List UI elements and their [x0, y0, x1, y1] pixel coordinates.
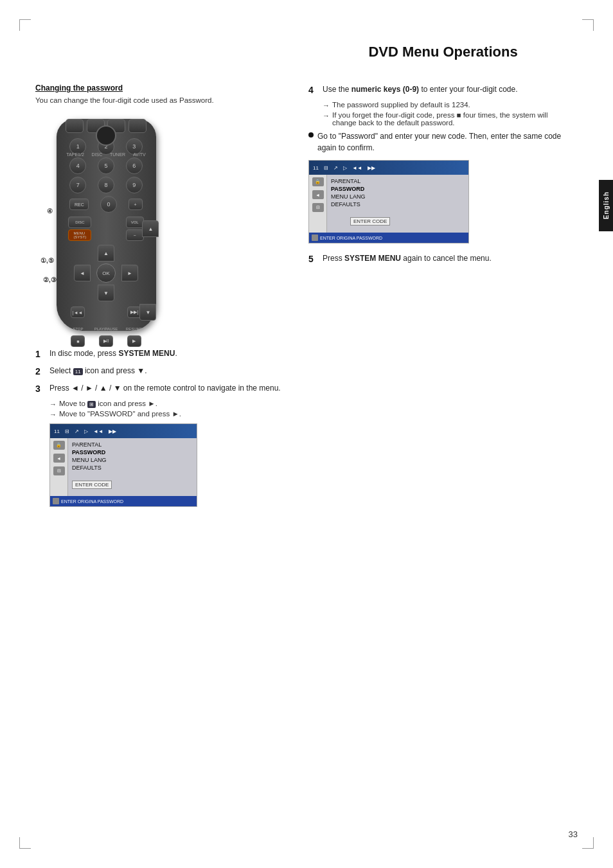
- arrow-icon-3a: →: [49, 400, 57, 408]
- prev-button[interactable]: |◄◄: [71, 306, 85, 318]
- language-tab: English: [599, 180, 613, 231]
- bottom-icon-right: [312, 235, 318, 241]
- nav-left-button[interactable]: ◄: [74, 265, 91, 281]
- top-icon-1: 11: [54, 429, 60, 434]
- btn-6[interactable]: 6: [126, 157, 143, 174]
- sub-step-3b: → Move to "PASSWORD" and press ►.: [49, 410, 286, 418]
- bullet-text-password: Go to "Password" and enter your new code…: [317, 130, 572, 154]
- top-icon-6: ▶▶: [109, 429, 116, 434]
- avtv-button[interactable]: [129, 119, 147, 133]
- btn-0[interactable]: 0: [100, 196, 117, 213]
- tape-button[interactable]: [66, 119, 84, 133]
- menu-screenshot-right: 11 ⊟ ↗ ▷ ◄◄ ▶▶ 🔒 ◄ ⊟ PARENTAL PASSWORD M…: [308, 160, 469, 244]
- nav-right-button[interactable]: ►: [121, 265, 138, 281]
- source-labels: TAPE1/2 DISC TUNER AV/TV: [63, 152, 150, 157]
- top-icon-5: ◄◄: [93, 429, 103, 434]
- press-text: Press: [49, 384, 69, 393]
- menu-content-left: PARENTAL PASSWORD MENU LANG DEFAULTS ENT…: [68, 438, 197, 496]
- icon-settings: ⊞: [87, 401, 96, 408]
- menu-parental: PARENTAL: [72, 441, 193, 448]
- step-2: 2 Select 11 icon and press ▼.: [35, 365, 286, 378]
- menu-lang: MENU LANG: [72, 456, 193, 464]
- left-column: Changing the password You can change the…: [35, 84, 286, 512]
- sub-step-4a: → The password supplied by default is 12…: [323, 101, 572, 109]
- step-5: 5 Press SYSTEM MENU again to cancel the …: [308, 252, 572, 266]
- top-icon-4: ▷: [84, 429, 88, 434]
- playpause-label: PLAY/PAUSE: [99, 323, 113, 335]
- btn-4[interactable]: 4: [69, 157, 86, 174]
- label-avtv: AV/TV: [133, 152, 146, 157]
- rew-button[interactable]: ▼: [139, 304, 156, 321]
- playpause-button[interactable]: ▶II: [99, 335, 113, 347]
- label-2-3: ②,③: [43, 276, 57, 283]
- menu-bottom-bar-right: ENTER ORIGINA PASSWORD: [309, 233, 468, 243]
- bullet-step-password: Go to "Password" and enter your new code…: [308, 130, 572, 154]
- menu-top-bar-right: 11 ⊟ ↗ ▷ ◄◄ ▶▶: [309, 161, 468, 175]
- menu-sidebar-right: 🔒 ◄ ⊟: [309, 175, 327, 233]
- label-tape: TAPE1/2: [66, 152, 84, 157]
- step-2-num: 2: [35, 365, 49, 378]
- top-icon-r5: ◄◄: [352, 165, 362, 171]
- bullet-icon: [308, 132, 314, 137]
- step-3-num: 3: [35, 382, 49, 396]
- corner-mark-tr: [582, 19, 594, 31]
- rec-button[interactable]: REC: [69, 199, 89, 210]
- stop-label: STOP: [71, 323, 85, 335]
- top-icon-r6: ▶▶: [368, 165, 375, 171]
- sidebar-arrow-icon-r: ◄: [312, 190, 324, 199]
- sub-step-4b: → If you forget the four-digit code, pre…: [323, 111, 572, 127]
- vol-minus-button[interactable]: −: [126, 229, 144, 241]
- stop-button[interactable]: ■: [71, 335, 85, 347]
- bottom-text-right: ENTER ORIGINA PASSWORD: [320, 236, 382, 240]
- bottom-icon-left: [53, 498, 59, 504]
- extra-buttons-row: REC 0 +: [57, 196, 156, 213]
- nav-ok-button[interactable]: OK: [96, 263, 116, 283]
- menu-bottom-bar-left: ENTER ORIGINA PASSWORD: [50, 496, 197, 506]
- section-heading: Changing the password: [35, 84, 286, 93]
- sidebar-arrow-icon: ◄: [53, 454, 65, 463]
- plus-button[interactable]: +: [129, 199, 143, 210]
- transport-row2: STOP ■ PLAY/PAUSE ▶II RESUME ▶: [57, 323, 156, 355]
- resume-label: RESUME: [127, 323, 141, 335]
- label-1-5: ①,⑤: [40, 257, 54, 264]
- step-2-text: Select 11 icon and press ▼.: [49, 365, 286, 376]
- step-3: 3 Press ◄ / ► / ▲ / ▼ on the remote cont…: [35, 382, 286, 396]
- menu-body-right: 🔒 ◄ ⊟ PARENTAL PASSWORD MENU LANG DEFAUL…: [309, 175, 468, 233]
- page-title: DVD Menu Operations: [308, 44, 578, 60]
- sidebar-disc-icon-r: ⊟: [312, 203, 324, 212]
- corner-mark-bl: [19, 837, 31, 849]
- system-menu-button[interactable]: MENU(SYST): [68, 229, 91, 241]
- numpad-row2: 4 5 6: [57, 157, 156, 174]
- disc-menu-button[interactable]: DISC: [68, 217, 91, 228]
- numpad-row3: 7 8 9: [57, 177, 156, 193]
- btn-5[interactable]: 5: [98, 157, 114, 174]
- vol-up-button[interactable]: ▲: [142, 220, 159, 237]
- menu-password-r: PASSWORD: [331, 185, 465, 193]
- step-5-text: Press SYSTEM MENU again to cancel the me…: [323, 252, 572, 264]
- step-4-substeps: → The password supplied by default is 12…: [323, 101, 572, 127]
- btn-8[interactable]: 8: [98, 177, 114, 193]
- nav-down-button[interactable]: ▼: [98, 285, 114, 301]
- sub-step-3a: → Move to ⊞ icon and press ►.: [49, 400, 286, 408]
- sidebar-lock-icon-r: 🔒: [312, 177, 324, 186]
- power-button[interactable]: [96, 125, 116, 146]
- btn-9[interactable]: 9: [126, 177, 143, 193]
- top-icon-r1: 11: [313, 165, 319, 171]
- arrow-icon-4a: →: [323, 102, 330, 109]
- remote-control-image: ④ ①,⑤ ②,③ TAPE1/2 DISC TUNER AV/TV 1: [48, 119, 164, 337]
- corner-mark-tl: [19, 19, 31, 31]
- nav-cluster: ▲ ▼ ◄ ► OK: [74, 245, 138, 301]
- menu-screenshot-left: 11 ⊟ ↗ ▷ ◄◄ ▶▶ 🔒 ◄ ⊟ PARENTAL PASSWORD M…: [49, 423, 197, 507]
- bottom-text-left: ENTER ORIGINA PASSWORD: [61, 499, 123, 504]
- icon-11: 11: [73, 368, 83, 375]
- step-5-num: 5: [308, 252, 323, 266]
- label-tuner: TUNER: [110, 152, 125, 157]
- menu-body-left: 🔒 ◄ ⊟ PARENTAL PASSWORD MENU LANG DEFAUL…: [50, 438, 197, 496]
- select-text: Select: [49, 366, 71, 375]
- btn-7[interactable]: 7: [69, 177, 86, 193]
- label-4: ④: [47, 208, 53, 215]
- step-3-text: Press ◄ / ► / ▲ / ▼ on the remote contro…: [49, 382, 286, 394]
- nav-up-button[interactable]: ▲: [98, 245, 114, 261]
- resume-button[interactable]: ▶: [127, 335, 141, 347]
- menu-top-bar-left: 11 ⊟ ↗ ▷ ◄◄ ▶▶: [50, 424, 197, 438]
